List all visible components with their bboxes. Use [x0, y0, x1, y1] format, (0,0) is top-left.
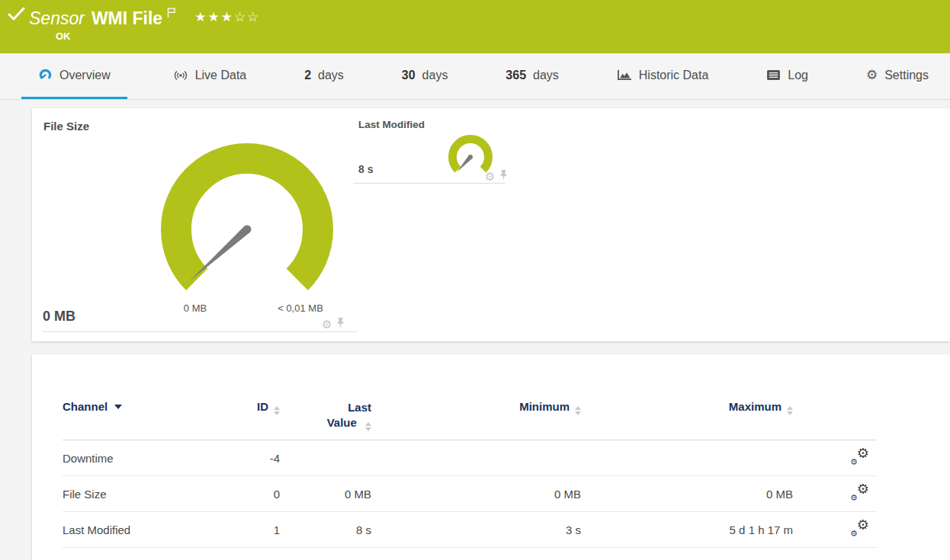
- file-size-gauge-min-label: 0 MB: [184, 302, 207, 314]
- cell-maximum: 0 MB: [581, 488, 793, 501]
- cell-last-value: 8 s: [280, 523, 371, 536]
- file-size-gauge: [156, 142, 339, 299]
- priority-flag-icon[interactable]: [166, 2, 176, 23]
- status-badge: OK: [56, 30, 71, 42]
- priority-stars[interactable]: ★★★☆☆: [194, 10, 260, 24]
- tab-2-days[interactable]: 2 days: [292, 53, 356, 99]
- last-modified-gauge-settings-icon[interactable]: ⚙: [485, 171, 495, 182]
- table-row-file-size: File Size 0 0 MB 0 MB 0 MB ⚙⚙: [63, 476, 877, 512]
- gear-icon: ⚙: [866, 69, 878, 82]
- cell-id: 1: [242, 523, 280, 536]
- column-header-maximum[interactable]: Maximum: [581, 400, 793, 431]
- sort-caret-icon: [114, 405, 122, 409]
- cell-id: 0: [242, 488, 280, 501]
- sort-arrows-icon: [365, 422, 371, 431]
- cell-last-value: 0 MB: [280, 488, 371, 501]
- column-header-id[interactable]: ID: [242, 400, 280, 431]
- broadcast-icon: [173, 68, 188, 83]
- cell-maximum: 5 d 1 h 17 m: [581, 523, 793, 536]
- column-header-minimum[interactable]: Minimum: [371, 400, 581, 431]
- tab-365-days[interactable]: 365 days: [493, 53, 571, 99]
- file-size-gauge-title: File Size: [43, 120, 89, 133]
- channel-settings-icon[interactable]: ⚙⚙: [849, 520, 869, 537]
- tab-log[interactable]: Log: [754, 53, 820, 99]
- table-row-last-modified: Last Modified 1 8 s 3 s 5 d 1 h 17 m ⚙⚙: [63, 512, 877, 548]
- tab-30-days[interactable]: 30 days: [390, 53, 461, 99]
- channel-table-header: Channel ID Last Value Minimum Maximum: [63, 400, 877, 440]
- cell-id: -4: [242, 452, 280, 465]
- last-modified-current-value: 8 s: [358, 163, 373, 175]
- channel-table: Channel ID Last Value Minimum Maximum Do…: [63, 400, 877, 548]
- table-row-downtime: Downtime -4 ⚙⚙: [63, 440, 877, 476]
- file-size-current-value: 0 MB: [43, 309, 75, 325]
- sensor-name: WMI File: [91, 8, 162, 28]
- area-chart-icon: [617, 69, 632, 82]
- file-size-gauge-max-label: < 0,01 MB: [278, 302, 323, 314]
- file-size-gauge-settings-icon[interactable]: ⚙: [322, 318, 332, 330]
- log-list-icon: [766, 69, 781, 81]
- tab-live-data[interactable]: Live Data: [161, 53, 259, 99]
- channel-settings-icon[interactable]: ⚙⚙: [849, 449, 869, 466]
- tab-overview[interactable]: Overview: [21, 53, 127, 99]
- tab-bar: Overview Live Data 2 days 30 days 365 da…: [0, 53, 950, 100]
- channels-panel: Channel ID Last Value Minimum Maximum Do…: [32, 354, 950, 560]
- cell-channel: File Size: [63, 488, 242, 501]
- cell-channel: Last Modified: [63, 523, 242, 536]
- column-header-channel[interactable]: Channel: [63, 400, 242, 431]
- sort-arrows-icon: [274, 406, 280, 415]
- sort-arrows-icon: [787, 406, 793, 415]
- gauges-panel: File Size 0 MB < 0,01 MB 0 MB ⚙ Last Mod…: [32, 108, 950, 341]
- last-modified-divider: [353, 183, 505, 184]
- file-size-gauge-pin-icon[interactable]: [337, 317, 344, 331]
- tab-historic-data[interactable]: Historic Data: [605, 53, 721, 99]
- tab-settings[interactable]: ⚙ Settings: [854, 53, 941, 99]
- cell-minimum: 0 MB: [371, 488, 581, 501]
- last-modified-gauge-title: Last Modified: [358, 119, 425, 130]
- gauge-icon: [38, 68, 53, 82]
- sensor-type-label: Sensor: [29, 8, 85, 28]
- cell-channel: Downtime: [63, 452, 242, 465]
- last-modified-gauge-pin-icon[interactable]: [500, 169, 507, 183]
- ok-check-icon: [8, 7, 26, 25]
- sort-arrows-icon: [575, 406, 581, 415]
- cell-minimum: 3 s: [371, 523, 581, 536]
- channel-settings-icon[interactable]: ⚙⚙: [849, 485, 869, 501]
- file-size-divider: [43, 331, 357, 332]
- sensor-status-bar: SensorWMI File ★★★☆☆ OK: [0, 0, 950, 53]
- column-header-last-value[interactable]: Last Value: [280, 400, 371, 431]
